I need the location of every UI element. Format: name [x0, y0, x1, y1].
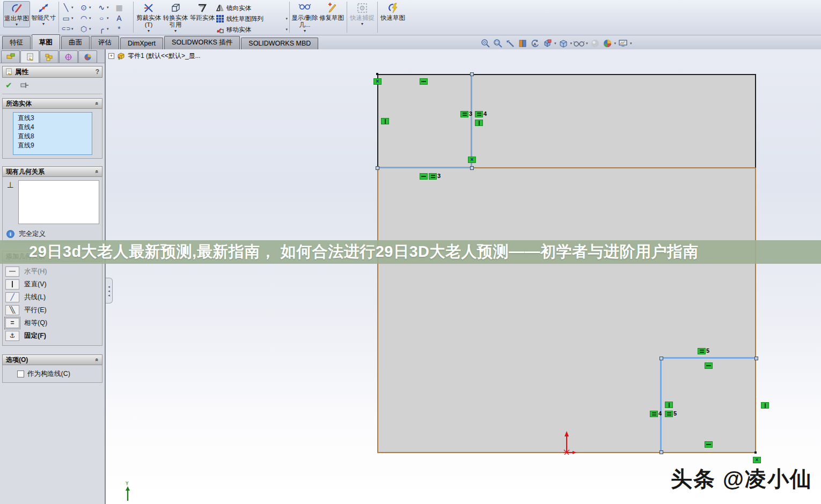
endpoint-handle[interactable]: [470, 72, 474, 76]
ok-button[interactable]: ✔: [5, 80, 12, 90]
dropdown-icon[interactable]: ▾: [89, 16, 91, 20]
tab-features[interactable]: 特征: [2, 36, 31, 49]
text-tool-button[interactable]: A: [114, 13, 131, 24]
selected-entities-header[interactable]: 所选实体 «: [2, 98, 102, 109]
relation-vertical[interactable]: 竖直(V): [5, 278, 99, 291]
list-item[interactable]: 直线3: [18, 114, 92, 123]
sketch-line-top[interactable]: [377, 74, 756, 75]
sketch-line-right-lower[interactable]: [755, 168, 756, 453]
expand-icon[interactable]: +: [108, 53, 114, 59]
pin-button[interactable]: [20, 81, 29, 89]
dropdown-icon[interactable]: ▾: [71, 27, 74, 31]
vertical-constraint-badge[interactable]: [381, 118, 389, 124]
rotate-view-icon[interactable]: A: [530, 38, 540, 49]
sketch-line-right-upper[interactable]: [755, 74, 756, 168]
chevron-up-icon[interactable]: «: [94, 170, 100, 173]
selected-line-8[interactable]: [661, 357, 756, 359]
dropdown-icon[interactable]: ▾: [89, 5, 91, 10]
corner-point[interactable]: [754, 451, 757, 454]
equal-constraint-badge[interactable]: [475, 111, 483, 117]
tab-mbd[interactable]: SOLIDWORKS MBD: [241, 38, 318, 49]
move-entities-button[interactable]: 移动实体 ▾: [216, 24, 288, 35]
list-item[interactable]: 直线9: [18, 141, 92, 150]
fixed-constraint-badge[interactable]: ×: [373, 78, 382, 85]
equal-constraint-badge[interactable]: [698, 348, 706, 354]
arc-tool-button[interactable]: ◠▾: [78, 13, 96, 24]
apply-scene-icon[interactable]: [602, 38, 613, 49]
dropdown-icon[interactable]: ▾: [285, 17, 288, 21]
dropdown-icon[interactable]: ▾: [4, 23, 30, 27]
dropdown-icon[interactable]: ▾: [291, 29, 318, 33]
horizontal-constraint-badge[interactable]: [420, 173, 428, 180]
relation-parallel[interactable]: ╲╲ 平行(E): [5, 303, 99, 316]
sketch-line-left-upper[interactable]: [377, 74, 378, 168]
dimxpertmanager-tab[interactable]: [59, 50, 78, 63]
polygon-tool-button[interactable]: ⬡▾: [78, 24, 96, 34]
endpoint-handle[interactable]: [470, 166, 474, 170]
tab-surfaces[interactable]: 曲面: [61, 36, 90, 49]
display-style-icon[interactable]: [558, 38, 569, 49]
sketch-origin[interactable]: [559, 429, 578, 455]
help-button[interactable]: ?: [96, 68, 99, 76]
dropdown-icon[interactable]: ▾: [107, 27, 109, 31]
exit-sketch-button[interactable]: 退出草图 ▾: [3, 1, 30, 27]
line-tool-button[interactable]: ╲▾: [61, 2, 78, 13]
dropdown-icon[interactable]: ▾: [554, 41, 556, 46]
selected-line-3[interactable]: [377, 167, 472, 168]
dropdown-icon[interactable]: ▾: [30, 22, 57, 26]
relation-collinear[interactable]: ╱ 共线(L): [5, 291, 99, 303]
vertical-constraint-badge[interactable]: [761, 402, 769, 409]
existing-relations-header[interactable]: 现有几何关系 «: [2, 166, 102, 177]
equal-constraint-badge[interactable]: [429, 173, 437, 180]
fillet-tool-button[interactable]: ╭▾: [96, 24, 114, 34]
slot-tool-button[interactable]: ⊂⊃▾: [61, 24, 78, 34]
endpoint-handle[interactable]: [376, 166, 379, 170]
chevron-up-icon[interactable]: «: [94, 358, 100, 361]
selected-line-4[interactable]: [471, 74, 472, 168]
previous-view-icon[interactable]: [505, 38, 516, 49]
construction-line-option[interactable]: 作为构造线(C): [5, 368, 99, 379]
ellipse-tool-button[interactable]: ○▾: [96, 13, 114, 24]
dropdown-icon[interactable]: ▾: [349, 22, 376, 26]
vertical-constraint-badge[interactable]: [665, 402, 673, 408]
fixed-constraint-badge[interactable]: ×: [468, 157, 476, 163]
section-view-icon[interactable]: [517, 38, 528, 49]
configurationmanager-tab[interactable]: [40, 50, 58, 63]
trim-entities-button[interactable]: 剪裁实体(T) ▾: [135, 1, 162, 33]
spline-tool-button[interactable]: ∿▾: [96, 2, 114, 13]
dropdown-icon[interactable]: ▾: [71, 16, 74, 20]
view-orientation-icon[interactable]: [542, 38, 553, 49]
equal-constraint-badge[interactable]: [665, 411, 673, 417]
zoom-to-area-icon[interactable]: [493, 38, 503, 49]
selected-line-9[interactable]: [660, 358, 662, 453]
zoom-to-fit-icon[interactable]: [480, 38, 491, 49]
rectangle-tool-button[interactable]: ▭▾: [61, 13, 78, 24]
horizontal-constraint-badge[interactable]: [705, 362, 713, 369]
dropdown-icon[interactable]: ▾: [586, 41, 588, 46]
sketch-picture-button[interactable]: ▦: [114, 2, 131, 13]
edit-appearance-icon[interactable]: [590, 38, 600, 49]
dropdown-icon[interactable]: ▾: [71, 5, 74, 10]
tab-dimxpert[interactable]: DimXpert: [120, 38, 163, 49]
relation-equal[interactable]: = 相等(Q): [5, 316, 99, 329]
part-tree-label[interactable]: 零件1 (默认<<默认>_显...: [128, 51, 201, 61]
tab-addins[interactable]: SOLIDWORKS 插件: [164, 36, 240, 49]
featuremanager-tab[interactable]: [1, 50, 20, 63]
dropdown-icon[interactable]: ▾: [162, 29, 189, 33]
list-item[interactable]: 直线4: [18, 123, 92, 132]
view-settings-icon[interactable]: [618, 38, 628, 49]
linear-pattern-button[interactable]: 线性草图阵列 ▾: [216, 13, 288, 24]
display-delete-relations-button[interactable]: 显示/删除几... ▾: [291, 1, 318, 33]
tab-sketch[interactable]: 草图: [32, 34, 60, 49]
repair-sketch-button[interactable]: 修复草图: [318, 1, 345, 21]
relation-fix[interactable]: ⚓ 固定(F): [5, 329, 99, 342]
vertical-constraint-badge[interactable]: [475, 120, 483, 126]
equal-constraint-badge[interactable]: [650, 411, 658, 417]
dropdown-icon[interactable]: ▾: [630, 41, 632, 46]
relation-horizontal[interactable]: 水平(H): [5, 265, 99, 278]
dropdown-icon[interactable]: ▾: [89, 27, 91, 31]
dropdown-icon[interactable]: ▾: [135, 29, 162, 33]
horizontal-constraint-badge[interactable]: [420, 78, 428, 85]
circle-tool-button[interactable]: ⊙▾: [78, 2, 96, 13]
convert-entities-button[interactable]: 转换实体引用 ▾: [162, 1, 189, 33]
